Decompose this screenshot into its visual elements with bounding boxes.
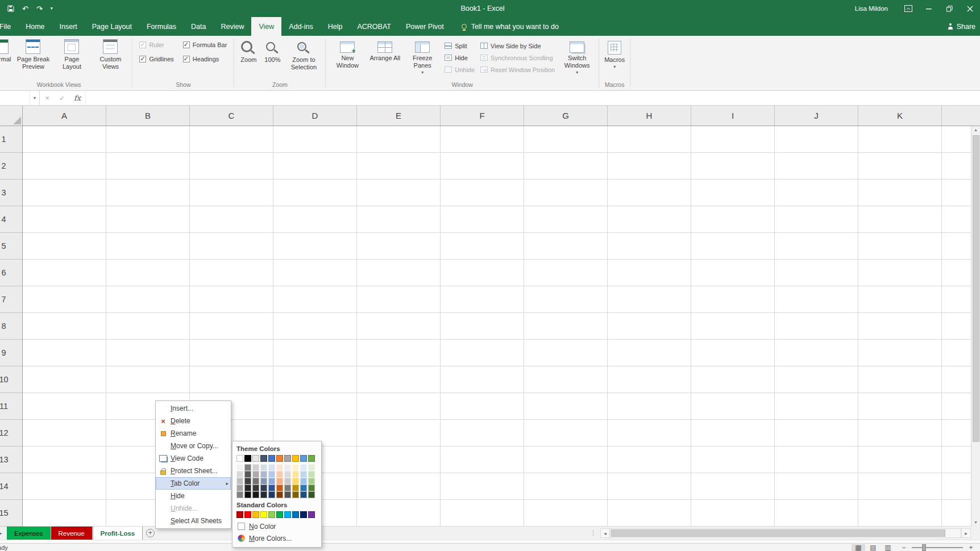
tab-splitter-icon[interactable]: ⋮	[586, 529, 600, 537]
column-header-j[interactable]: J	[775, 106, 858, 126]
color-swatch[interactable]	[308, 511, 315, 518]
switch-windows-button[interactable]: Switch Windows ▾	[558, 37, 596, 75]
row-header-4[interactable]: 4	[0, 206, 22, 233]
color-swatch[interactable]	[260, 491, 267, 498]
normal-view-button[interactable]: Normal	[0, 37, 14, 63]
color-swatch[interactable]	[268, 471, 275, 478]
column-header-partial[interactable]	[942, 106, 980, 126]
color-swatch[interactable]	[244, 511, 251, 518]
color-swatch[interactable]	[252, 485, 259, 491]
color-swatch[interactable]	[260, 511, 267, 518]
qat-customize-icon[interactable]: ▾	[51, 6, 53, 11]
ribbon-display-options-icon[interactable]	[898, 0, 919, 17]
row-header-13[interactable]: 13	[0, 446, 22, 473]
color-swatch[interactable]	[252, 471, 259, 478]
color-swatch[interactable]	[260, 478, 267, 485]
color-swatch[interactable]	[244, 471, 251, 478]
row-header-11[interactable]: 11	[0, 393, 22, 420]
select-all-corner[interactable]	[0, 106, 23, 126]
ribbon-tab-view[interactable]: View	[251, 17, 281, 36]
unhide-window-button[interactable]: Unhide	[445, 65, 475, 74]
row-header-6[interactable]: 6	[0, 260, 22, 286]
column-header-a[interactable]: A	[23, 106, 106, 126]
hscroll-right-icon[interactable]: ▸	[961, 528, 971, 538]
ribbon-tab-insert[interactable]: Insert	[52, 17, 85, 36]
menu-item-move-or-copy[interactable]: Move or Copy...	[156, 440, 231, 452]
color-swatch[interactable]	[236, 455, 243, 462]
row-header-1[interactable]: 1	[0, 126, 22, 153]
color-swatch[interactable]	[236, 491, 243, 498]
color-swatch[interactable]	[252, 491, 259, 498]
color-swatch[interactable]	[252, 455, 259, 462]
zoom-to-selection-button[interactable]: Zoom to Selection	[284, 37, 323, 71]
share-button[interactable]: Share	[948, 17, 980, 36]
page-layout-view-button[interactable]: Page Layout	[52, 37, 91, 70]
column-header-f[interactable]: F	[441, 106, 524, 126]
tabs-scroll-right-icon[interactable]: ▸	[0, 527, 6, 540]
column-header-k[interactable]: K	[858, 106, 942, 126]
ruler-checkbox[interactable]: Ruler	[139, 41, 173, 48]
color-swatch[interactable]	[292, 464, 299, 471]
maximize-icon[interactable]	[939, 0, 960, 17]
view-side-by-side-button[interactable]: View Side by Side	[480, 41, 555, 51]
name-box[interactable]: ▾	[0, 91, 40, 105]
freeze-panes-button[interactable]: Freeze Panes ▾	[403, 37, 442, 75]
color-swatch[interactable]	[244, 455, 251, 462]
menu-item-unhide[interactable]: Unhide...	[156, 502, 231, 515]
close-icon[interactable]	[960, 0, 980, 17]
name-box-dropdown-icon[interactable]: ▾	[30, 91, 39, 105]
save-icon[interactable]	[7, 5, 14, 12]
color-swatch[interactable]	[260, 464, 267, 471]
ribbon-tab-review[interactable]: Review	[213, 17, 251, 36]
color-swatch[interactable]	[236, 471, 243, 478]
row-header-2[interactable]: 2	[0, 153, 22, 180]
color-swatch[interactable]	[252, 511, 259, 518]
hscroll-left-icon[interactable]: ◂	[600, 528, 610, 538]
zoom-button[interactable]: Zoom	[236, 37, 260, 64]
color-swatch[interactable]	[260, 471, 267, 478]
color-swatch[interactable]	[292, 485, 299, 491]
color-swatch[interactable]	[260, 485, 267, 491]
ribbon-tab-formulas[interactable]: Formulas	[139, 17, 184, 36]
enter-icon[interactable]: ✓	[55, 94, 69, 102]
color-swatch[interactable]	[252, 478, 259, 485]
color-swatch[interactable]	[300, 478, 307, 485]
color-swatch[interactable]	[276, 491, 283, 498]
color-swatch[interactable]	[284, 478, 291, 485]
normal-view-shortcut-icon[interactable]: ▦	[852, 544, 865, 551]
color-swatch[interactable]	[300, 455, 307, 462]
color-swatch[interactable]	[236, 511, 243, 518]
color-swatch[interactable]	[308, 471, 315, 478]
color-swatch[interactable]	[308, 455, 315, 462]
synchronous-scrolling-button[interactable]: Synchronous Scrolling	[480, 53, 555, 62]
color-swatch[interactable]	[308, 485, 315, 491]
color-swatch[interactable]	[268, 464, 275, 471]
column-header-c[interactable]: C	[190, 106, 273, 126]
row-header-3[interactable]: 3	[0, 180, 22, 206]
color-swatch[interactable]	[284, 491, 291, 498]
ribbon-tab-help[interactable]: Help	[321, 17, 350, 36]
column-header-b[interactable]: B	[106, 106, 190, 126]
menu-item-hide[interactable]: Hide	[156, 490, 231, 502]
color-swatch[interactable]	[284, 471, 291, 478]
menu-item-view-code[interactable]: View Code	[156, 452, 231, 465]
column-header-i[interactable]: I	[691, 106, 775, 126]
column-header-g[interactable]: G	[524, 106, 608, 126]
scroll-down-icon[interactable]: ▾	[974, 519, 977, 527]
color-swatch[interactable]	[276, 464, 283, 471]
tell-me-box[interactable]: Tell me what you want to do	[462, 17, 559, 36]
column-header-e[interactable]: E	[357, 106, 441, 126]
zoom-100-button[interactable]: 100%	[260, 37, 284, 64]
color-swatch[interactable]	[292, 455, 299, 462]
color-swatch[interactable]	[284, 464, 291, 471]
menu-item-tab-color[interactable]: Tab Color▸	[156, 477, 231, 490]
color-swatch[interactable]	[268, 478, 275, 485]
new-window-button[interactable]: New Window	[328, 37, 367, 69]
page-layout-view-shortcut-icon[interactable]: ▤	[866, 544, 880, 551]
row-header-15[interactable]: 15	[0, 500, 22, 527]
page-break-view-shortcut-icon[interactable]: ▥	[881, 544, 895, 551]
redo-icon[interactable]: ↷	[36, 5, 43, 12]
macros-button[interactable]: Macros ▾	[601, 37, 628, 69]
more-colors-item[interactable]: More Colors...	[236, 532, 317, 544]
no-color-item[interactable]: No Color	[236, 520, 317, 532]
